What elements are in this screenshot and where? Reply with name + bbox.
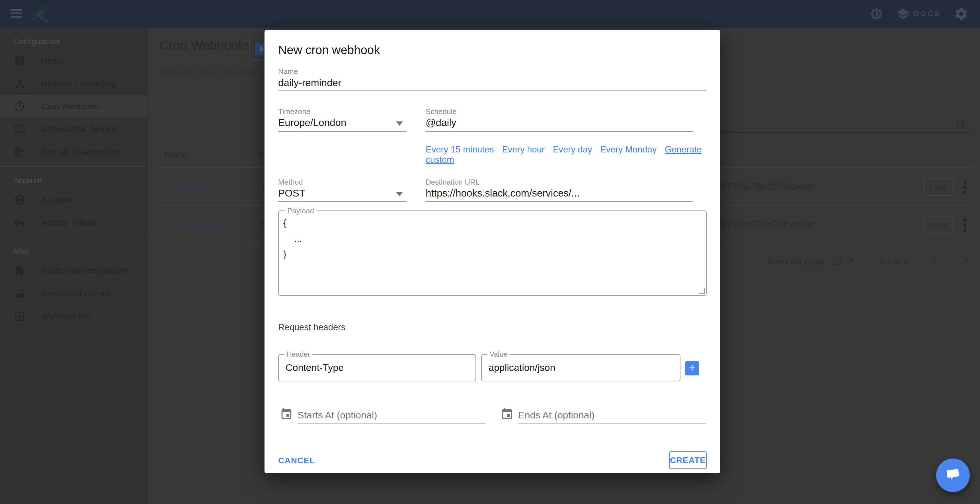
payload-label: Payload — [285, 206, 316, 215]
preset-every-hour[interactable]: Every hour — [502, 144, 545, 154]
sidebar-item-bidirectional-tunnels[interactable]: Bidirectional Tunnels — [0, 118, 148, 141]
rows-per-page-underline — [829, 272, 856, 272]
starts-at-input[interactable]: Starts At (optional) — [298, 410, 377, 421]
method-label: Method — [278, 178, 303, 187]
sidebar-item-label: Access Tokens — [41, 218, 97, 228]
settings-gear-icon[interactable] — [954, 6, 969, 21]
destination-url-input[interactable]: https://hooks.slack.com/services/... — [426, 187, 580, 199]
new-cron-webhook-dialog: New cron webhook Name daily-reminder Tim… — [264, 30, 720, 473]
sidebar-item-label: Connected Clients — [41, 289, 109, 298]
sidebar-item-label: Account — [41, 195, 72, 205]
account-circle-icon — [14, 194, 25, 206]
logs-button[interactable]: Logs — [923, 178, 953, 196]
cron-url-cell: 97093c7bed2?foo=bar — [721, 181, 815, 192]
app-logo-satellite-icon — [29, 2, 51, 26]
sidebar-section-account: Account — [0, 167, 148, 189]
sidebar-item-domain-reservations[interactable]: Domain Reservations — [0, 141, 148, 163]
sidebar-item-access-tokens[interactable]: Access Tokens — [0, 211, 148, 234]
method-select[interactable]: POST — [278, 187, 305, 199]
top-navbar: DOCS — [0, 0, 980, 28]
logs-button[interactable]: Logs — [923, 216, 953, 233]
sidebar-item-label: Request Forwarding — [41, 79, 116, 89]
sidebar-section-configuration: Configuration — [0, 28, 148, 49]
payload-textarea[interactable]: { ... } — [279, 211, 706, 295]
chat-widget-button[interactable] — [936, 458, 970, 492]
docs-label: DOCS — [914, 10, 941, 18]
timezone-label: Timezone — [278, 107, 310, 116]
preset-every-day[interactable]: Every day — [553, 144, 592, 154]
schedule-input[interactable]: @daily — [426, 117, 457, 128]
sidebar-item-label: Bidirectional Tunnels — [41, 125, 118, 134]
cron-name-link[interactable]: reminder — [167, 181, 204, 192]
sidebar-item-label: Webhook Bin — [41, 312, 91, 321]
name-label: Name — [278, 67, 298, 76]
calendar-icon[interactable] — [280, 407, 293, 422]
timezone-caret-icon[interactable] — [396, 122, 403, 126]
request-headers-title: Request headers — [278, 322, 345, 333]
create-button[interactable]: CREATE — [669, 452, 707, 469]
page-previous-icon[interactable] — [927, 254, 942, 269]
timer-icon — [14, 100, 25, 113]
preset-every-monday[interactable]: Every Monday — [600, 144, 657, 154]
docs-button[interactable]: DOCS — [896, 7, 941, 21]
ends-at-input[interactable]: Ends At (optional) — [518, 410, 595, 421]
sidebar-item-label: Notification Integrations — [41, 266, 128, 276]
ends-at-underline — [518, 423, 706, 423]
preset-every-15-minutes[interactable]: Every 15 minutes — [426, 144, 494, 154]
sidebar-item-notification-integrations[interactable]: Notification Integrations — [0, 259, 148, 282]
starts-at-underline — [298, 423, 485, 423]
cancel-button[interactable]: CANCEL — [278, 456, 315, 465]
sidebar-item-label: Home — [41, 56, 64, 66]
key-icon — [14, 217, 25, 229]
schedule-underline — [426, 131, 693, 132]
payload-fieldset: Payload { ... } — [278, 211, 707, 296]
rows-per-page-value[interactable]: 10 — [831, 257, 841, 267]
add-header-button[interactable]: + — [685, 361, 699, 376]
header-value-field[interactable]: Value application/json — [481, 354, 681, 381]
exit-to-app-icon — [14, 310, 25, 322]
header-label: Header — [285, 350, 312, 358]
sidebar-item-webhook-bin[interactable]: Webhook Bin — [0, 305, 148, 328]
page-next-icon[interactable] — [958, 254, 973, 269]
rows-per-page-label: Rows per page: — [768, 257, 826, 266]
schedule-label: Schedule — [426, 107, 457, 116]
theme-brightness-icon[interactable] — [870, 7, 883, 21]
hub-icon — [14, 78, 25, 90]
sidebar-item-label: Cron Webhooks — [41, 102, 100, 111]
chat-bubble-icon — [943, 465, 963, 485]
sidebar-item-home[interactable]: Home — [0, 49, 148, 72]
sidebar-item-account[interactable]: Account — [0, 189, 148, 211]
value-input[interactable]: application/json — [488, 362, 555, 373]
pagination-range: 1-2 of 2 — [880, 257, 908, 266]
page-title: Cron Webhooks — [159, 38, 251, 53]
value-label: Value — [487, 350, 510, 358]
header-name-field[interactable]: Header Content-Type — [278, 354, 476, 381]
name-underline — [278, 90, 707, 91]
table-header-name: Name — [165, 150, 187, 160]
sidebar-collapse-icon[interactable] — [7, 479, 23, 496]
school-icon — [896, 7, 910, 21]
cron-url-cell: 97093c7bed2?foo=bar — [721, 219, 815, 230]
row-menu-icon[interactable]: ••• — [963, 217, 967, 233]
cron-name-link[interactable]: slack-mornings — [167, 219, 231, 230]
router-icon — [14, 288, 25, 300]
sidebar-item-cron-webhooks[interactable]: Cron Webhooks — [0, 95, 148, 118]
row-menu-icon[interactable]: ••• — [963, 179, 967, 195]
header-input[interactable]: Content-Type — [286, 362, 344, 373]
sidebar-item-connected-clients[interactable]: Connected Clients — [0, 282, 148, 305]
name-input[interactable]: daily-reminder — [278, 77, 341, 89]
destination-url-label: Destination URL — [426, 178, 479, 187]
menu-icon[interactable] — [11, 7, 23, 20]
timezone-underline — [278, 131, 406, 132]
page-subtitle: Manage your scheduled we — [159, 67, 281, 78]
rows-per-page-caret-icon[interactable] — [848, 258, 854, 263]
method-underline — [278, 201, 406, 202]
sidebar-item-request-forwarding[interactable]: Request Forwarding — [0, 72, 148, 95]
destination-url-underline — [426, 201, 693, 202]
calendar-icon[interactable] — [501, 407, 514, 422]
sidebar-nav: Configuration Home Request Forwarding Cr… — [0, 28, 148, 504]
method-caret-icon[interactable] — [396, 192, 403, 196]
dashboard-icon — [14, 55, 25, 67]
search-icon — [955, 117, 969, 133]
timezone-select[interactable]: Europe/London — [278, 117, 346, 128]
